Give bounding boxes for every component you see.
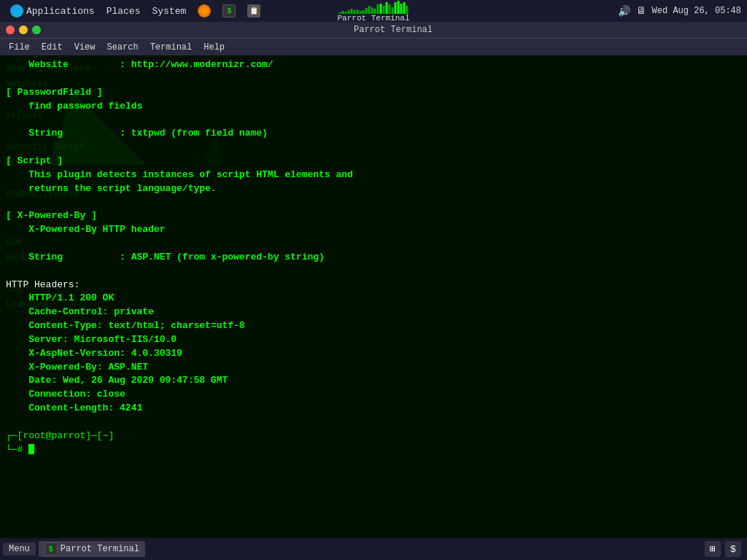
graph-bar bbox=[371, 7, 374, 14]
terminal-line: String : ASP.NET (from x-powered-by stri… bbox=[6, 251, 741, 265]
terminal-line: HTTP Headers: bbox=[6, 279, 741, 292]
terminal-cursor bbox=[28, 444, 34, 454]
terminal-content[interactable]: Website : http://www.modernizr.com/ [ Pa… bbox=[0, 55, 747, 560]
terminal-line: returns the script language/type. bbox=[6, 182, 741, 196]
notes-launcher[interactable]: 📋 bbox=[243, 3, 265, 19]
terminal-line: [ PasswordField ] bbox=[6, 86, 741, 100]
window-title-bar: Parrot Terminal bbox=[337, 14, 409, 23]
terminal-line: [ X-Powered-By ] bbox=[6, 209, 741, 223]
places-menu[interactable]: Places bbox=[102, 4, 145, 18]
minimize-button[interactable] bbox=[19, 26, 28, 34]
menu-bar: File Edit View Search Terminal Help bbox=[0, 38, 747, 55]
firefox-icon bbox=[198, 4, 211, 18]
taskbar: Menu $ Parrot Terminal ⊞ $ bbox=[0, 538, 747, 560]
terminal-line bbox=[6, 195, 741, 209]
places-label: Places bbox=[107, 6, 141, 17]
top-system-bar: Applications Places System $ 📋 Parrot Te… bbox=[0, 0, 747, 22]
graph-bar bbox=[377, 4, 379, 14]
top-bar-center: Parrot Terminal bbox=[337, 0, 409, 23]
terminal-line: X-Powered-By: ASP.NET bbox=[6, 361, 741, 375]
terminal-launcher[interactable]: $ bbox=[218, 3, 240, 19]
terminal-line bbox=[6, 72, 741, 86]
taskbar-right: ⊞ $ bbox=[705, 541, 744, 557]
taskbar-menu-button[interactable]: Menu bbox=[3, 542, 36, 556]
terminal-window: Parrot Terminal File Edit View Search Te… bbox=[0, 22, 747, 560]
graph-bar bbox=[389, 4, 391, 14]
terminal-line: find password fields bbox=[6, 100, 741, 114]
volume-icon[interactable]: 🔊 bbox=[618, 5, 630, 18]
taskbar-terminal-label: Parrot Terminal bbox=[61, 544, 139, 554]
menu-terminal[interactable]: Terminal bbox=[144, 41, 198, 54]
graph-bar bbox=[392, 7, 394, 14]
top-bar-right: 🔊 🖥 Wed Aug 26, 05:48 bbox=[618, 5, 741, 18]
terminal-line bbox=[6, 265, 741, 279]
terminal-line: This plugin detects instances of script … bbox=[6, 168, 741, 182]
display-icon[interactable]: 🖥 bbox=[636, 5, 646, 17]
graph-bar bbox=[368, 6, 371, 14]
terminal-icon: $ bbox=[222, 4, 236, 18]
terminal-prompt-line2: └─# bbox=[6, 443, 741, 457]
graph-bar bbox=[374, 9, 376, 14]
menu-edit[interactable]: Edit bbox=[36, 41, 69, 54]
taskbar-terminal-icon2[interactable]: $ bbox=[725, 541, 741, 557]
top-bar-left: Applications Places System $ 📋 bbox=[6, 3, 265, 19]
taskbar-sys-icon1[interactable]: ⊞ bbox=[705, 541, 721, 557]
terminal-prompt-line1: ┌─[root@parrot]─[~] bbox=[6, 429, 741, 443]
terminal-line bbox=[6, 113, 741, 127]
graph-bar bbox=[400, 4, 403, 14]
cpu-graph bbox=[339, 0, 409, 14]
terminal-line: Content-Type: text/html; charset=utf-8 bbox=[6, 319, 741, 333]
terminal-line bbox=[6, 237, 741, 251]
applications-label: Applications bbox=[26, 6, 95, 17]
terminal-line bbox=[6, 141, 741, 155]
graph-bar bbox=[395, 2, 397, 14]
maximize-button[interactable] bbox=[32, 26, 41, 34]
system-label: System bbox=[152, 6, 186, 17]
terminal-line: X-AspNet-Version: 4.0.30319 bbox=[6, 347, 741, 361]
terminal-line: String : txtpwd (from field name) bbox=[6, 127, 741, 141]
terminal-line: HTTP/1.1 200 OK bbox=[6, 292, 741, 306]
parrot-logo-icon bbox=[10, 4, 23, 18]
terminal-area[interactable]: Hacking Wireless Networks attacks Securi… bbox=[0, 55, 747, 560]
graph-bar bbox=[380, 4, 382, 14]
terminal-line bbox=[6, 416, 741, 429]
window-title-bar: Parrot Terminal bbox=[0, 22, 747, 38]
taskbar-terminal-item[interactable]: $ Parrot Terminal bbox=[39, 541, 145, 557]
terminal-line: Content-Length: 4241 bbox=[6, 402, 741, 416]
graph-bar bbox=[386, 2, 388, 14]
menu-file[interactable]: File bbox=[3, 41, 36, 54]
menu-help[interactable]: Help bbox=[198, 41, 231, 54]
menu-view[interactable]: View bbox=[69, 41, 101, 54]
terminal-line: Cache-Control: private bbox=[6, 306, 741, 319]
graph-bar bbox=[406, 6, 409, 14]
graph-bar bbox=[398, 1, 400, 14]
graph-bar bbox=[383, 6, 385, 14]
terminal-line: [ Script ] bbox=[6, 155, 741, 168]
graph-bar bbox=[351, 9, 353, 14]
window-title-text: Parrot Terminal bbox=[354, 25, 433, 35]
datetime-label: Wed Aug 26, 05:48 bbox=[652, 6, 741, 16]
close-button[interactable] bbox=[6, 26, 15, 34]
terminal-line: X-Powered-By HTTP header bbox=[6, 223, 741, 237]
terminal-line: Website : http://www.modernizr.com/ bbox=[6, 58, 741, 72]
menu-search[interactable]: Search bbox=[101, 41, 144, 54]
terminal-line: Server: Microsoft-IIS/10.0 bbox=[6, 333, 741, 347]
notes-icon: 📋 bbox=[247, 4, 260, 18]
applications-menu[interactable]: Applications bbox=[6, 3, 99, 19]
firefox-launcher[interactable] bbox=[193, 3, 215, 19]
graph-bar bbox=[403, 2, 406, 14]
terminal-line: Connection: close bbox=[6, 388, 741, 402]
graph-bar bbox=[365, 8, 368, 14]
terminal-line: Date: Wed, 26 Aug 2020 09:47:58 GMT bbox=[6, 374, 741, 388]
taskbar-terminal-icon: $ bbox=[44, 542, 58, 556]
system-menu[interactable]: System bbox=[147, 4, 190, 18]
